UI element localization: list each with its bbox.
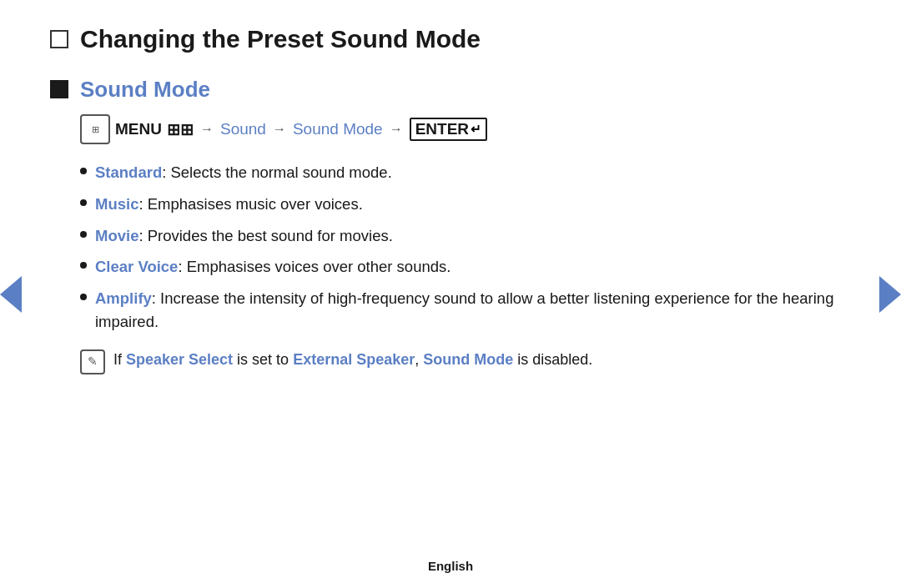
arrow-3: → xyxy=(390,122,403,137)
main-title-row: Changing the Preset Sound Mode xyxy=(50,25,834,53)
desc-standard: : Selects the normal sound mode. xyxy=(162,163,392,181)
bullet-dot xyxy=(80,294,87,300)
enter-label: ENTER xyxy=(415,120,469,138)
sound-label: Sound xyxy=(220,120,266,138)
list-item-text: Standard: Selects the normal sound mode. xyxy=(95,161,392,184)
page-container: Changing the Preset Sound Mode Sound Mod… xyxy=(0,0,901,588)
note-term1: Speaker Select xyxy=(126,351,233,368)
checkbox-icon xyxy=(50,30,68,48)
enter-arrow-icon: ↵ xyxy=(471,122,481,137)
note-row: ✎ If Speaker Select is set to External S… xyxy=(80,349,834,374)
arrow-2: → xyxy=(273,122,286,137)
enter-box: ENTER↵ xyxy=(410,118,487,141)
note-term2: External Speaker xyxy=(293,351,415,368)
bullet-list: Standard: Selects the normal sound mode.… xyxy=(80,161,834,334)
list-item-text: Amplify: Increase the intensity of high-… xyxy=(95,287,834,334)
section-content: Sound Mode ⊞ MENU ⊞⊞ → Sound → Sound Mod… xyxy=(80,77,834,374)
term-amplify: Amplify xyxy=(95,289,152,307)
arrow-1: → xyxy=(200,122,214,137)
term-standard: Standard xyxy=(95,163,162,181)
list-item-text: Movie: Provides the best sound for movie… xyxy=(95,224,393,248)
page-title: Changing the Preset Sound Mode xyxy=(80,25,481,53)
menu-squares: ⊞⊞ xyxy=(167,120,194,139)
bullet-dot xyxy=(80,168,87,174)
note-term3: Sound Mode xyxy=(423,351,513,368)
nav-left-button[interactable] xyxy=(0,276,22,313)
list-item: Standard: Selects the normal sound mode. xyxy=(80,161,834,184)
list-item: Clear Voice: Emphasises voices over othe… xyxy=(80,255,834,279)
desc-clear-voice: : Emphasises voices over other sounds. xyxy=(178,258,450,275)
footer-label: English xyxy=(428,559,473,573)
note-text: If Speaker Select is set to External Spe… xyxy=(113,349,592,371)
list-item: Movie: Provides the best sound for movie… xyxy=(80,224,834,248)
desc-amplify: : Increase the intensity of high-frequen… xyxy=(95,289,833,330)
term-clear-voice: Clear Voice xyxy=(95,258,178,275)
note-prefix: If xyxy=(113,351,126,368)
term-music: Music xyxy=(95,195,138,213)
menu-path: ⊞ MENU ⊞⊞ → Sound → Sound Mode → ENTER↵ xyxy=(80,114,834,144)
note-suffix: is disabled. xyxy=(513,351,592,368)
sound-mode-label: Sound Mode xyxy=(293,120,383,138)
nav-right-button[interactable] xyxy=(879,276,901,313)
desc-music: : Emphasises music over voices. xyxy=(138,195,362,213)
bullet-dot xyxy=(80,231,87,238)
bullet-dot xyxy=(80,262,87,269)
section-block: Sound Mode ⊞ MENU ⊞⊞ → Sound → Sound Mod… xyxy=(50,77,834,374)
menu-icon-symbol: ⊞ xyxy=(92,125,99,134)
menu-label: MENU xyxy=(115,120,162,138)
term-movie: Movie xyxy=(95,227,138,244)
list-item: Amplify: Increase the intensity of high-… xyxy=(80,287,834,334)
list-item-text: Music: Emphasises music over voices. xyxy=(95,193,363,216)
list-item: Music: Emphasises music over voices. xyxy=(80,193,834,216)
note-icon: ✎ xyxy=(80,349,105,374)
bullet-dot xyxy=(80,199,87,206)
menu-icon: ⊞ xyxy=(80,114,110,144)
note-icon-symbol: ✎ xyxy=(88,353,98,370)
list-item-text: Clear Voice: Emphasises voices over othe… xyxy=(95,255,450,279)
section-title: Sound Mode xyxy=(80,77,834,103)
black-square-icon xyxy=(50,80,68,98)
note-separator: , xyxy=(415,351,423,368)
desc-movie: : Provides the best sound for movies. xyxy=(138,227,392,244)
note-middle: is set to xyxy=(233,351,293,368)
